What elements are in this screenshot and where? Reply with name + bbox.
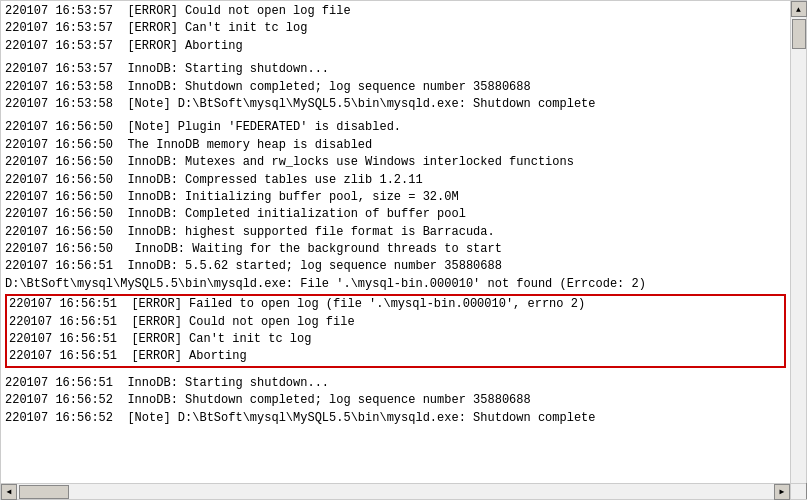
error-block: 220107 16:56:51 [ERROR] Failed to open l… [5, 294, 786, 368]
scroll-left-arrow[interactable]: ◀ [1, 484, 17, 500]
scrollbar-corner [790, 483, 806, 499]
log-line: 220107 16:56:52 InnoDB: Shutdown complet… [5, 392, 786, 409]
log-line: 220107 16:53:57 [ERROR] Could not open l… [5, 3, 786, 20]
log-line: 220107 16:56:50 InnoDB: Mutexes and rw_l… [5, 154, 786, 171]
scroll-right-arrow[interactable]: ▶ [774, 484, 790, 500]
log-line: 220107 16:53:58 InnoDB: Shutdown complet… [5, 79, 786, 96]
log-container: 220107 16:53:57 [ERROR] Could not open l… [5, 3, 786, 427]
log-line: 220107 16:53:57 InnoDB: Starting shutdow… [5, 61, 786, 78]
scroll-up-arrow[interactable]: ▲ [791, 1, 807, 17]
log-line: 220107 16:56:51 [ERROR] Can't init tc lo… [9, 331, 782, 348]
log-line: 220107 16:56:50 InnoDB: highest supporte… [5, 224, 786, 241]
log-line: 220107 16:53:57 [ERROR] Aborting [5, 38, 786, 55]
log-line: 220107 16:56:51 InnoDB: Starting shutdow… [5, 375, 786, 392]
log-line: 220107 16:56:50 InnoDB: Compressed table… [5, 172, 786, 189]
log-line: 220107 16:56:51 InnoDB: 5.5.62 started; … [5, 258, 786, 275]
log-line: 220107 16:56:50 [Note] Plugin 'FEDERATED… [5, 119, 786, 136]
log-line: 220107 16:53:58 [Note] D:\BtSoft\mysql\M… [5, 96, 786, 113]
terminal-content[interactable]: 220107 16:53:57 [ERROR] Could not open l… [1, 1, 806, 499]
horizontal-scrollbar[interactable]: ◀ ▶ [1, 483, 790, 499]
log-line: 220107 16:56:50 InnoDB: Initializing buf… [5, 189, 786, 206]
log-line: 220107 16:56:51 [ERROR] Aborting [9, 348, 782, 365]
vertical-scrollbar[interactable]: ▲ ▼ [790, 1, 806, 499]
log-line: 220107 16:56:51 [ERROR] Could not open l… [9, 314, 782, 331]
log-line: 220107 16:56:50 The InnoDB memory heap i… [5, 137, 786, 154]
log-line: 220107 16:53:57 [ERROR] Can't init tc lo… [5, 20, 786, 37]
terminal-window: 220107 16:53:57 [ERROR] Could not open l… [0, 0, 807, 500]
log-line: 220107 16:56:50 InnoDB: Completed initia… [5, 206, 786, 223]
log-line: D:\BtSoft\mysql\MySQL5.5\bin\mysqld.exe:… [5, 276, 786, 293]
scroll-thumb-v[interactable] [792, 19, 806, 49]
log-line: 220107 16:56:52 [Note] D:\BtSoft\mysql\M… [5, 410, 786, 427]
log-line: 220107 16:56:51 [ERROR] Failed to open l… [9, 296, 782, 313]
scroll-thumb-h[interactable] [19, 485, 69, 499]
log-line: 220107 16:56:50 InnoDB: Waiting for the … [5, 241, 786, 258]
